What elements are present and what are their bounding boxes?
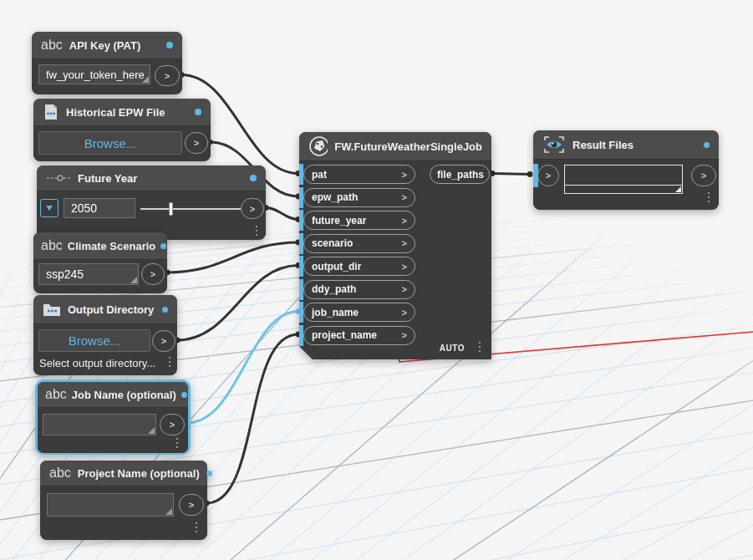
node-fw-future-weather-single-job[interactable]: FW.FutureWeatherSingleJob pat> epw_path>… — [299, 132, 491, 359]
node-options-menu[interactable] — [175, 436, 181, 451]
output-port[interactable]: > — [152, 330, 176, 352]
node-title: FW.FutureWeatherSingleJob — [334, 140, 482, 153]
folder-icon — [43, 302, 61, 317]
resize-grip-icon[interactable] — [142, 76, 149, 83]
watch-footer-strip — [565, 185, 682, 193]
wire-job-name-selected[interactable] — [187, 312, 298, 424]
resize-grip-icon[interactable] — [130, 277, 137, 283]
wire-future-year[interactable] — [266, 208, 298, 220]
port-label: pat — [312, 169, 327, 181]
output-port[interactable]: > — [155, 65, 180, 86]
wire-project-name[interactable] — [206, 334, 298, 503]
port-chevron-icon: > — [402, 262, 407, 272]
slider-icon — [46, 174, 71, 182]
port-label: ddy_path — [312, 283, 356, 295]
port-chevron-icon: > — [402, 330, 407, 340]
output-port[interactable]: > — [185, 132, 208, 154]
node-header[interactable]: abc API Key (PAT) — [32, 32, 182, 59]
dropdown-button[interactable] — [40, 199, 59, 217]
input-port-epw-path[interactable]: epw_path> — [303, 188, 415, 207]
port-label: job_name — [312, 307, 359, 318]
node-header[interactable]: Output Directory — [33, 295, 177, 324]
api-key-input[interactable]: fw_your_token_here — [38, 64, 150, 84]
watch-value-box[interactable] — [564, 165, 683, 194]
output-port[interactable]: > — [141, 263, 165, 285]
node-future-year[interactable]: Future Year 2050 > — [37, 165, 266, 239]
port-chevron-icon: > — [402, 192, 407, 202]
input-port-output-dir[interactable]: output_dir> — [303, 257, 415, 276]
input-port-scenario[interactable]: scenario> — [303, 234, 415, 253]
resize-grip-icon[interactable] — [675, 186, 681, 192]
node-result-files[interactable]: Result Files > > — [533, 130, 719, 209]
output-port[interactable]: > — [160, 414, 185, 435]
input-port-job-name[interactable]: job_name> — [303, 303, 415, 322]
input-port[interactable]: > — [537, 165, 559, 186]
node-header[interactable]: abc Job Name (optional) — [38, 382, 188, 408]
port-label: file_paths — [437, 169, 484, 181]
preview-dot — [166, 42, 173, 48]
port-chevron-icon: > — [402, 238, 407, 248]
preview-dot — [181, 392, 187, 398]
node-header[interactable]: Historical EPW File — [33, 99, 211, 126]
node-api-key[interactable]: abc API Key (PAT) fw_your_token_here > — [32, 32, 182, 94]
input-port-project-name[interactable]: project_name> — [303, 326, 415, 345]
scenario-value: ssp245 — [46, 267, 84, 281]
year-value: 2050 — [71, 201, 97, 215]
output-port-file-paths[interactable]: file_paths — [430, 165, 490, 184]
job-name-input[interactable] — [43, 414, 156, 435]
port-chevron-icon: > — [402, 308, 407, 318]
node-header[interactable]: FW.FutureWeatherSingleJob — [299, 132, 491, 161]
node-header[interactable]: Result Files — [533, 130, 719, 160]
port-label: future_year — [312, 215, 366, 227]
abc-icon: abc — [49, 466, 71, 480]
node-title: Future Year — [78, 172, 137, 185]
project-name-input[interactable] — [47, 493, 174, 517]
node-climate-scenario[interactable]: abc Climate Scenario ssp245 > — [33, 232, 167, 293]
node-options-menu[interactable] — [167, 355, 173, 369]
resize-grip-icon[interactable] — [165, 508, 172, 515]
abc-icon: abc — [41, 38, 63, 52]
node-epw-file[interactable]: Historical EPW File Browse... > — [33, 99, 211, 160]
slider-handle[interactable] — [169, 202, 173, 216]
node-options-menu[interactable] — [194, 521, 200, 535]
node-header[interactable]: abc Climate Scenario — [33, 232, 167, 260]
node-options-menu[interactable] — [477, 340, 483, 354]
node-output-directory[interactable]: Output Directory Browse... > Select outp… — [33, 295, 177, 374]
wire-output-dir[interactable] — [177, 266, 298, 341]
output-port[interactable]: > — [241, 198, 264, 219]
port-label: output_dir — [312, 261, 361, 272]
node-header[interactable]: Future Year — [37, 165, 266, 191]
output-port[interactable]: > — [179, 494, 204, 516]
resize-grip-icon[interactable] — [148, 427, 155, 434]
preview-dot — [162, 307, 168, 313]
input-port-ddy-path[interactable]: ddy_path> — [303, 280, 415, 299]
wire-file-paths[interactable] — [492, 174, 530, 175]
node-project-name[interactable]: abc Project Name (optional) > — [40, 461, 207, 539]
slider-track[interactable] — [140, 208, 241, 210]
port-label: epw_path — [312, 191, 358, 203]
input-port-pat[interactable]: pat> — [303, 165, 415, 184]
browse-button[interactable]: Browse... — [38, 131, 182, 155]
node-editor-canvas[interactable]: abc API Key (PAT) fw_your_token_here > — [0, 0, 753, 560]
scenario-input[interactable]: ssp245 — [38, 263, 139, 285]
preview-dot — [160, 243, 166, 249]
node-title: Job Name (optional) — [72, 389, 176, 401]
browse-button[interactable]: Browse... — [38, 329, 150, 352]
output-port[interactable]: > — [691, 165, 716, 186]
node-header[interactable]: abc Project Name (optional) — [40, 461, 207, 486]
year-input[interactable]: 2050 — [64, 198, 135, 218]
node-title: Project Name (optional) — [78, 467, 200, 480]
api-key-value: fw_your_token_here — [46, 69, 145, 81]
node-title: Output Directory — [68, 303, 154, 316]
package-icon — [308, 135, 328, 157]
file-icon — [43, 103, 59, 121]
node-options-menu[interactable] — [254, 224, 260, 238]
node-options-menu[interactable] — [706, 191, 712, 205]
port-label: scenario — [312, 237, 353, 249]
run-mode-label: AUTO — [440, 344, 465, 353]
input-port-future-year[interactable]: future_year> — [303, 211, 415, 230]
node-job-name[interactable]: abc Job Name (optional) > — [35, 379, 191, 455]
port-chevron-icon: > — [402, 216, 407, 226]
abc-icon: abc — [41, 239, 63, 252]
preview-dot — [250, 175, 257, 181]
